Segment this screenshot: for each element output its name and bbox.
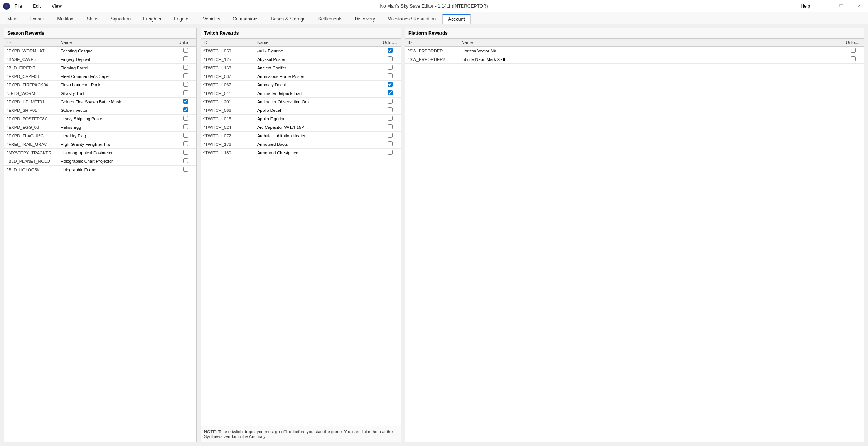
- tab-squadron[interactable]: Squadron: [105, 14, 137, 24]
- checkbox-3[interactable]: [388, 73, 393, 78]
- row-check-11[interactable]: [379, 140, 401, 149]
- row-id-5: ^TWITCH_011: [201, 89, 255, 98]
- row-check-4[interactable]: [175, 81, 196, 89]
- table-row: ^TWITCH_168Ancient Conifer: [201, 64, 401, 72]
- table-row: ^TWITCH_067Anomaly Decal: [201, 81, 401, 89]
- platform-col-name: Name: [459, 39, 843, 47]
- row-check-6[interactable]: [379, 98, 401, 106]
- checkbox-0[interactable]: [851, 48, 856, 53]
- checkbox-6[interactable]: [183, 99, 188, 104]
- tab-vehicles[interactable]: Vehicles: [197, 14, 226, 24]
- checkbox-12[interactable]: [183, 150, 188, 155]
- checkbox-14[interactable]: [183, 167, 188, 172]
- twitch-rewards-table-wrapper[interactable]: ID Name Unloc... ^TWITCH_059-null- Figur…: [201, 39, 401, 426]
- table-row: ^EXPD_FLAG_06CHeraldry Flag: [4, 132, 196, 140]
- row-check-3[interactable]: [175, 72, 196, 81]
- tab-exosuit[interactable]: Exosuit: [24, 14, 51, 24]
- checkbox-1[interactable]: [183, 56, 188, 61]
- checkbox-12[interactable]: [388, 150, 393, 155]
- row-check-1[interactable]: [843, 55, 864, 64]
- row-check-5[interactable]: [379, 89, 401, 98]
- row-check-12[interactable]: [175, 149, 196, 157]
- tab-multitool[interactable]: Multitool: [51, 14, 80, 24]
- row-check-8[interactable]: [379, 115, 401, 123]
- row-check-14[interactable]: [175, 166, 196, 174]
- row-name-5: Antimatter Jetpack Trail: [255, 89, 379, 98]
- row-check-9[interactable]: [379, 123, 401, 132]
- season-rewards-table-wrapper[interactable]: ID Name Unloc... ^EXPD_WORMHATFeasting C…: [4, 39, 196, 442]
- row-check-11[interactable]: [175, 140, 196, 149]
- tab-milestones[interactable]: Milestones / Reputation: [382, 14, 442, 24]
- tab-bases-storage[interactable]: Bases & Storage: [265, 14, 312, 24]
- checkbox-8[interactable]: [183, 116, 188, 121]
- menu-file[interactable]: File: [12, 2, 24, 10]
- row-check-7[interactable]: [379, 106, 401, 115]
- checkbox-0[interactable]: [388, 48, 393, 53]
- checkbox-11[interactable]: [183, 141, 188, 146]
- checkbox-7[interactable]: [183, 107, 188, 112]
- row-check-3[interactable]: [379, 72, 401, 81]
- platform-rewards-table-wrapper[interactable]: ID Name Unloc... ^SW_PREORDERHorizon Vec…: [405, 39, 864, 442]
- tab-freighter[interactable]: Freighter: [137, 14, 167, 24]
- checkbox-4[interactable]: [183, 82, 188, 87]
- checkbox-6[interactable]: [388, 99, 393, 104]
- checkbox-5[interactable]: [388, 90, 393, 95]
- menu-view[interactable]: View: [49, 2, 64, 10]
- checkbox-13[interactable]: [183, 158, 188, 163]
- row-check-7[interactable]: [175, 106, 196, 115]
- row-name-5: Ghastly Trail: [58, 89, 175, 98]
- checkbox-9[interactable]: [388, 124, 393, 129]
- help-button[interactable]: Help: [797, 0, 814, 12]
- tab-settlements[interactable]: Settlements: [312, 14, 348, 24]
- checkbox-10[interactable]: [183, 133, 188, 138]
- checkbox-10[interactable]: [388, 133, 393, 138]
- table-row: ^TWITCH_059-null- Figurine: [201, 47, 401, 55]
- row-check-0[interactable]: [175, 47, 196, 55]
- row-id-4: ^EXPD_FIREPACK04: [4, 81, 58, 89]
- checkbox-2[interactable]: [183, 65, 188, 70]
- checkbox-5[interactable]: [183, 90, 188, 95]
- row-check-1[interactable]: [175, 55, 196, 64]
- row-check-10[interactable]: [175, 132, 196, 140]
- tab-companions[interactable]: Companions: [227, 14, 264, 24]
- twitch-note: NOTE: To use twitch drops, you must go o…: [201, 426, 401, 442]
- checkbox-4[interactable]: [388, 82, 393, 87]
- checkbox-8[interactable]: [388, 116, 393, 121]
- row-check-6[interactable]: [175, 98, 196, 106]
- menu-edit[interactable]: Edit: [30, 2, 43, 10]
- table-row: ^SW_PREORDER2Infinite Neon Mark XXII: [405, 55, 864, 64]
- tab-main[interactable]: Main: [2, 14, 23, 24]
- row-check-5[interactable]: [175, 89, 196, 98]
- row-check-13[interactable]: [175, 157, 196, 166]
- checkbox-0[interactable]: [183, 48, 188, 53]
- row-name-13: Holographic Chart Projector: [58, 157, 175, 166]
- row-check-10[interactable]: [379, 132, 401, 140]
- row-check-0[interactable]: [379, 47, 401, 55]
- season-rewards-title: Season Rewards: [4, 28, 196, 39]
- tab-frigates[interactable]: Frigates: [168, 14, 196, 24]
- row-check-1[interactable]: [379, 55, 401, 64]
- checkbox-7[interactable]: [388, 107, 393, 112]
- row-check-12[interactable]: [379, 149, 401, 157]
- tab-ships[interactable]: Ships: [81, 14, 104, 24]
- checkbox-11[interactable]: [388, 141, 393, 146]
- close-button[interactable]: ✕: [850, 0, 868, 12]
- row-check-8[interactable]: [175, 115, 196, 123]
- row-check-9[interactable]: [175, 123, 196, 132]
- checkbox-3[interactable]: [183, 73, 188, 78]
- minimize-button[interactable]: —: [815, 0, 833, 12]
- checkbox-9[interactable]: [183, 124, 188, 129]
- tab-account[interactable]: Account: [442, 14, 470, 24]
- row-name-6: Golden First Spawn Battle Mask: [58, 98, 175, 106]
- tab-discovery[interactable]: Discovery: [349, 14, 381, 24]
- row-check-2[interactable]: [175, 64, 196, 72]
- checkbox-1[interactable]: [851, 56, 856, 61]
- checkbox-1[interactable]: [388, 56, 393, 61]
- maximize-button[interactable]: ❐: [833, 0, 850, 12]
- platform-col-unlock: Unloc...: [843, 39, 864, 47]
- checkbox-2[interactable]: [388, 65, 393, 70]
- row-name-0: Feasting Casque: [58, 47, 175, 55]
- row-check-0[interactable]: [843, 47, 864, 55]
- row-check-2[interactable]: [379, 64, 401, 72]
- row-check-4[interactable]: [379, 81, 401, 89]
